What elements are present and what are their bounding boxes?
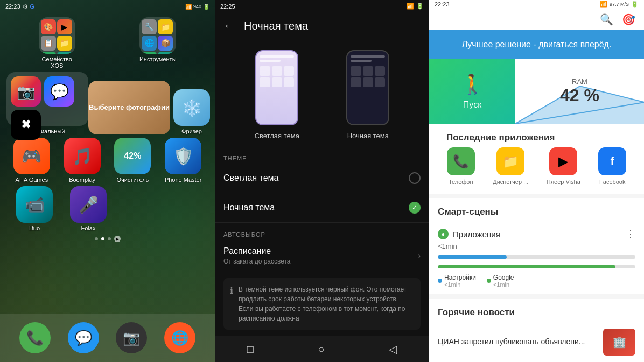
dark-theme-label: Ночная тема (347, 132, 389, 140)
night-theme-panel: 22:25 📶 🔋 ← Ночная тема (215, 0, 429, 362)
app-freezer[interactable]: ❄️ Фризер (170, 89, 213, 134)
dc-2 (363, 66, 373, 76)
dock-messages[interactable]: 💬 (68, 322, 99, 353)
folder-xos-label: Семейство XOS (36, 56, 79, 69)
sub-label-google: Google <1min (487, 274, 514, 288)
search-icon-3[interactable]: 🔍 (600, 13, 613, 26)
recent-visha-icon: ▶ (549, 147, 577, 175)
facebook-label-1: Facebook (213, 128, 215, 134)
mini-icon-2: ▶ (57, 19, 72, 34)
lc-6 (284, 77, 294, 87)
schedule-info: Расписание От заката до рассвета (223, 246, 291, 265)
hot-news-title: Горячие новости (429, 299, 644, 322)
dock-camera[interactable]: 📷 (116, 322, 147, 353)
dark-theme-row[interactable]: Ночная тема (215, 193, 429, 223)
home-screen-panel: 22:23 ⚙ G 📶 940 🔋 🎨 ▶ 📋 📁 📱 🔄 🌐 📦 (0, 0, 215, 362)
freezer-icon: ❄️ (173, 89, 210, 126)
app-cleaner[interactable]: 42% Очиститель (111, 138, 154, 183)
dock-chrome[interactable]: 🌐 (164, 322, 195, 353)
dc-3 (375, 66, 385, 76)
mini-icon-5: 📱 (41, 52, 56, 54)
duo-label: Duo (13, 225, 56, 231)
recent-apps-section: Последние приложения 📞 Телефон 📁 Диспетч… (429, 124, 644, 194)
aha-icon: 🎮 (13, 138, 50, 174)
news-item-1[interactable]: ЦИАН запретил публиковать объявлени... 🏢 (429, 322, 644, 362)
back-button[interactable]: ← (223, 19, 235, 33)
app-phone-master[interactable]: 🛡️ Phone Master (162, 138, 205, 183)
nav-back[interactable]: ◁ (389, 343, 397, 356)
recent-app-files[interactable]: 📁 Диспетчер ... (493, 147, 528, 185)
smart-label-row: ● Приложения (438, 229, 500, 239)
ram-percent: 42 % (560, 86, 599, 105)
dot-1 (95, 237, 98, 240)
sub-google-time: <1min (493, 281, 514, 288)
wifi-icon-3: 📶 (600, 1, 607, 8)
app-duo[interactable]: 📹 Duo (13, 186, 56, 231)
signal-3: 97.7 M/S (610, 2, 629, 7)
tools-icon-6: 🔒 (158, 52, 173, 54)
boomplay-icon: 🎵 (64, 138, 101, 174)
theme-section-label: THEME (215, 151, 429, 164)
light-theme-option[interactable]: Светлая тема (255, 50, 299, 140)
dark-bar-2 (351, 60, 371, 62)
sub-google-name: Google (493, 274, 514, 281)
folder-xos-icon: 🎨 ▶ 📋 📁 📱 🔄 🌐 📦 (39, 17, 75, 54)
lc-5 (272, 77, 282, 87)
wifi-icon-1: 📶 (185, 4, 192, 10)
time-1: 22:23 (5, 3, 20, 10)
sub-label-settings: Настройки <1min (438, 274, 476, 288)
folder-tools[interactable]: 🔧 📁 🌐 📦 💾 🔒 ⚡ 🔴 Инструменты (136, 17, 179, 69)
time-3: 22:23 (435, 1, 450, 8)
three-dots-menu[interactable]: ⋮ (626, 228, 635, 240)
dc-1 (351, 66, 361, 76)
folder-tools-label: Инструменты (136, 56, 179, 62)
schedule-row[interactable]: Расписание От заката до рассвета › (215, 240, 429, 272)
signal-1: 940 (193, 4, 201, 9)
nav-square[interactable]: □ (247, 343, 254, 356)
dark-theme-option[interactable]: Ночная тема (346, 50, 389, 140)
app-boomplay[interactable]: 🎵 Boomplay (61, 138, 104, 183)
motivation-banner: Лучшее решение - двигаться вперёд. (429, 30, 644, 59)
panel3-header: 🔍 🎯 (429, 9, 644, 30)
recent-app-phone[interactable]: 📞 Телефон (447, 147, 475, 185)
recent-app-visha[interactable]: ▶ Плеер Visha (547, 147, 580, 185)
recent-apps-grid: 📞 Телефон 📁 Диспетчер ... ▶ Плеер Visha … (438, 147, 635, 185)
app-folax[interactable]: 🎤 Folax (67, 186, 110, 231)
launch-icon: 🚶 (460, 73, 485, 96)
dock-phone[interactable]: 📞 (19, 322, 51, 353)
mini-icon-1: 🎨 (41, 19, 56, 34)
app-row-3: 📹 Duo 🎤 Folax (6, 186, 208, 231)
tools-icon-1: 🔧 (142, 19, 157, 34)
social-group: 📷 💬 ✖ Социальный (6, 72, 88, 134)
launch-button[interactable]: 🚶 Пуск (429, 59, 515, 124)
tools-icon-2: 📁 (158, 19, 173, 34)
dark-radio[interactable] (409, 202, 421, 214)
lc-4 (260, 77, 270, 87)
news-thumb-1: 🏢 (603, 329, 635, 356)
recent-phone-icon: 📞 (447, 147, 475, 175)
app-facebook-1[interactable]: f Facebook (213, 89, 215, 134)
smart-scenes-header: ● Приложения ⋮ (429, 222, 644, 240)
dark-bar-1 (351, 55, 385, 58)
light-theme-row[interactable]: Светлая тема (215, 164, 429, 193)
light-theme-label: Светлая тема (255, 132, 299, 140)
schedule-subtitle: От заката до рассвета (223, 258, 291, 265)
dot-arrow: ▶ (114, 236, 121, 242)
dark-grid (351, 66, 385, 87)
recent-app-fb[interactable]: f Facebook (598, 147, 626, 185)
select-photos-btn[interactable]: Выберите фотографии (88, 81, 170, 134)
app-aha[interactable]: 🎮 AHA Games (10, 138, 53, 183)
social-folder[interactable]: 📷 💬 ✖ (6, 72, 88, 126)
light-radio[interactable] (409, 172, 421, 184)
folder-row-1: 🎨 ▶ 📋 📁 📱 🔄 🌐 📦 Семейство XOS 🔧 📁 🌐 📦 (6, 17, 208, 69)
auto-section-label: АВТОВЫБОР (215, 223, 429, 240)
nav-circle[interactable]: ○ (318, 343, 324, 356)
recent-fb-label: Facebook (599, 179, 625, 185)
folder-xos[interactable]: 🎨 ▶ 📋 📁 📱 🔄 🌐 📦 Семейство XOS (36, 17, 79, 69)
cleaner-icon: 42% (114, 138, 151, 174)
lc-3 (284, 66, 294, 76)
tools-icon-3: 🌐 (142, 36, 157, 51)
info-text: В тёмной теме используется чёрный фон. Э… (239, 285, 414, 323)
target-icon[interactable]: 🎯 (622, 13, 635, 26)
sub-label-settings-text: Настройки <1min (444, 274, 476, 288)
